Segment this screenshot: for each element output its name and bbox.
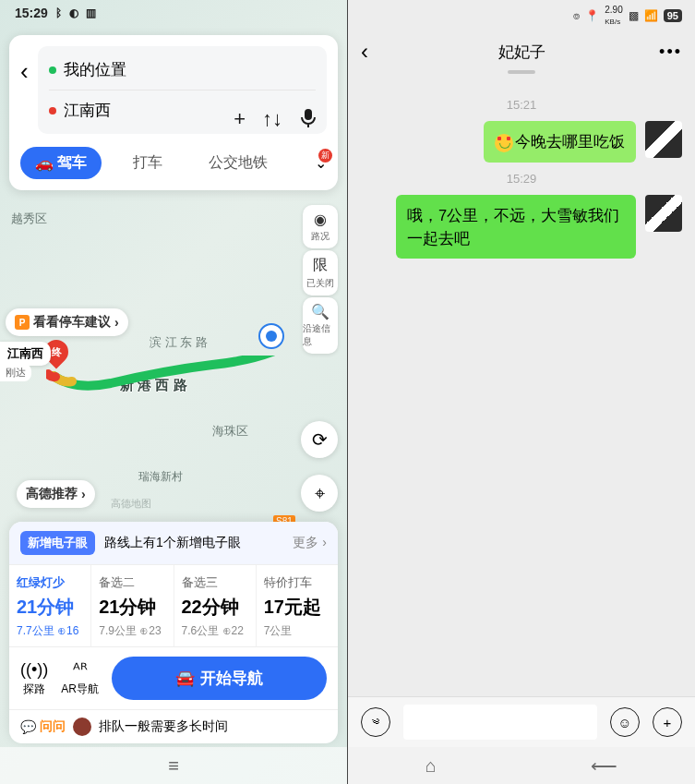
locate-icon: ⌖ [315,483,325,504]
sender-avatar[interactable] [645,121,682,158]
route-option-3[interactable]: 备选三 22分钟 7.6公里 ⊕22 [174,565,257,646]
add-button[interactable]: + [653,707,682,737]
status-bar: 15:29 ᛒ ◐ ▥ [15,6,96,20]
locate-me-button[interactable]: ⌖ [301,475,338,512]
timestamp: 15:29 [361,172,682,186]
route-option-2[interactable]: 备选二 21分钟 7.9公里 ⊕23 [91,565,174,646]
gaode-recommend-chip[interactable]: 高德推荐 › [17,480,95,508]
voice-message-button[interactable]: ༄ [361,707,390,737]
system-nav-bar: ⌂ ⟵ [348,747,695,784]
mode-taxi[interactable]: 打车 [118,147,177,179]
district-label: 越秀区 [11,211,47,227]
from-label: 我的位置 [64,59,126,80]
banner-text: 路线上有1个新增电子眼 [104,535,241,551]
heart-eyes-emoji-icon [495,134,513,152]
emoji-button[interactable]: ☺ [610,707,640,737]
back-button[interactable]: ‹ [20,57,29,86]
message-row: 今晚去哪里吃饭 [361,121,682,163]
more-button[interactable]: ••• [659,42,682,62]
sim-icon: ▩ [629,9,639,22]
drag-handle[interactable] [508,70,535,74]
wenwen-brand: 💬问问 [20,718,66,735]
current-location-dot[interactable] [258,323,284,349]
banner-tag: 新增电子眼 [20,531,95,555]
timestamp: 15:21 [361,98,682,112]
back-button[interactable]: ‹ [361,39,368,65]
poi-label: 瑞海新村 [138,469,183,485]
chevron-right-icon: › [114,315,119,330]
chat-messages[interactable]: 15:21 今晚去哪里吃饭 15:29 哦，7公里，不远，大雪敏我们一起去吧 [348,79,695,696]
restrict-icon: 限 [313,256,328,275]
map-tool-column: ◉路况 限已关闭 🔍沿途信息 [303,205,338,354]
nav-recent-button[interactable]: ≡ [168,755,179,777]
system-nav-bar: ≡ [0,747,347,784]
to-label: 江南西 [64,100,111,121]
shield-icon: ▥ [86,6,96,19]
chat-header: ‹ 妃妃子 ••• [348,31,695,79]
dnd-icon: ◐ [69,6,78,19]
map-app-pane: 越秀区 海珠区 滨 江 东 路 新 港 西 路 瑞海新村 高德地图 S81 终 … [0,0,347,784]
ar-nav-button[interactable]: ᴬᴿAR导航 [61,659,99,697]
smile-icon: ☺ [617,715,631,730]
ask-question-text: 排队一般需要多长时间 [99,718,228,735]
from-input[interactable]: 我的位置 [49,55,316,84]
chat-icon: 💬 [20,719,36,734]
refresh-icon: ⟳ [312,428,328,451]
traffic-toggle[interactable]: ◉路况 [303,205,338,248]
route-search-card: ‹ 我的位置 江南西 + ↑↓ 🚗 驾车 [9,35,338,190]
radar-icon: ((•)) [20,660,48,680]
plus-icon: + [664,715,672,730]
sender-avatar[interactable] [645,195,682,232]
route-results-card: 新增电子眼 路线上有1个新增电子眼 更多 › 红绿灯少 21分钟 7.7公里 ⊕… [9,522,338,743]
chat-app-pane: ⌾ 📍 2.90KB/s ▩ 📶 95 ‹ 妃妃子 ••• 15:21 今晚去哪… [348,0,695,784]
search-icon: 🔍 [311,303,330,320]
chevron-right-icon: › [81,487,86,501]
ar-icon: ᴬᴿ [73,659,88,680]
message-row: 哦，7公里，不远，大雪敏我们一起去吧 [361,195,682,259]
message-input[interactable] [403,705,597,740]
message-bubble[interactable]: 今晚去哪里吃饭 [484,121,636,163]
sound-wave-icon: ༄ [372,715,379,730]
add-waypoint-button[interactable]: + [234,107,246,135]
destination-dot-icon [49,107,56,115]
traffic-icon: ◉ [314,211,327,228]
nav-home-button[interactable]: ⌂ [425,755,437,777]
chat-title: 妃妃子 [498,42,545,63]
explore-route-button[interactable]: ((•))探路 [20,660,48,697]
parking-suggestion-chip[interactable]: P 看看停车建议 › [6,308,128,336]
navigation-actions: ((•))探路 ᴬᴿAR导航 🚘 开始导航 [9,646,338,709]
voice-input-button[interactable] [299,107,318,135]
transport-modes: 🚗 驾车 打车 公交地铁 ⌄ 新 [20,147,327,179]
district-label: 海珠区 [212,423,248,440]
origin-dot-icon [49,66,56,74]
camera-banner[interactable]: 新增电子眼 路线上有1个新增电子眼 更多 › [9,522,338,564]
route-options: 红绿灯少 21分钟 7.7公里 ⊕16 备选二 21分钟 7.9公里 ⊕23 备… [9,564,338,646]
roadside-info-button[interactable]: 🔍沿途信息 [303,297,338,354]
car-icon: 🚗 [35,154,54,172]
route-polyline [46,356,286,402]
wifi-icon: 📶 [644,9,658,22]
banner-more[interactable]: 更多 › [293,535,327,551]
destination-label[interactable]: 江南西 [0,342,51,366]
mode-more[interactable]: ⌄ 新 [315,154,327,172]
speed-icon: ⌾ [573,9,580,22]
arrival-label: 刚达 [0,364,31,381]
restriction-toggle[interactable]: 限已关闭 [303,250,338,296]
refresh-button[interactable]: ⟳ [301,421,338,458]
start-navigation-button[interactable]: 🚘 开始导航 [112,657,327,700]
svg-rect-0 [305,109,312,120]
status-bar: ⌾ 📍 2.90KB/s ▩ 📶 95 [348,0,695,31]
bluetooth-icon: ᛒ [55,6,62,19]
swap-endpoints-button[interactable]: ↑↓ [262,107,282,135]
nav-back-button[interactable]: ⟵ [591,754,617,777]
mode-drive[interactable]: 🚗 驾车 [20,147,102,179]
new-badge: 新 [318,149,332,163]
map-attribution: 高德地图 [111,497,151,511]
road-label: 滨 江 东 路 [150,334,208,351]
mode-transit[interactable]: 公交地铁 [194,147,282,179]
message-bubble[interactable]: 哦，7公里，不远，大雪敏我们一起去吧 [396,195,636,259]
route-option-taxi[interactable]: 特价打车 17元起 7公里 [257,565,338,646]
route-option-1[interactable]: 红绿灯少 21分钟 7.7公里 ⊕16 [9,565,91,646]
ask-row[interactable]: 💬问问 排队一般需要多长时间 [9,709,338,743]
battery-indicator: 95 [664,9,682,22]
